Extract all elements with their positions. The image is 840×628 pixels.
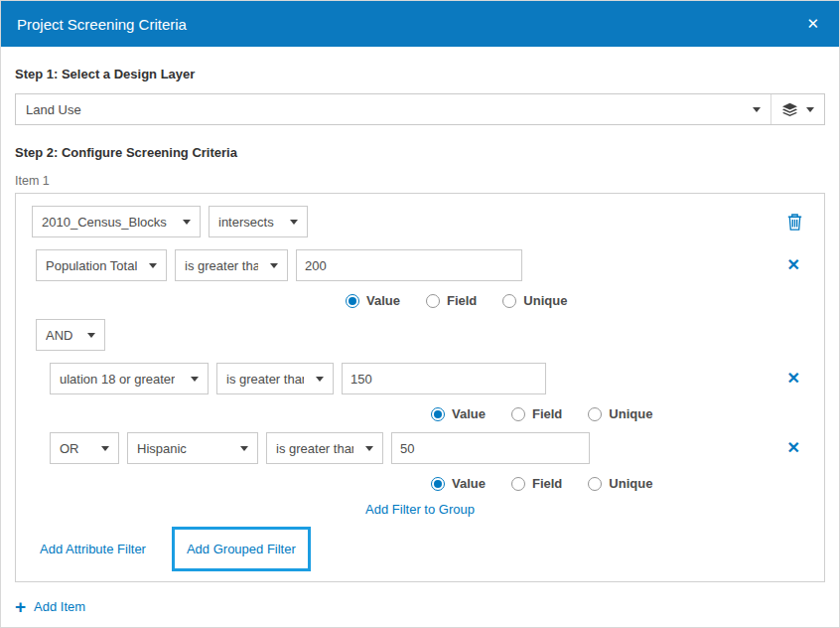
project-screening-dialog: Project Screening Criteria ✕ Step 1: Sel…	[0, 0, 840, 628]
target-layer-value: 2010_Census_Blocks	[42, 215, 167, 230]
filter1-radio-field[interactable]: Field	[426, 293, 477, 308]
attribute-filter-row-1: Population Total is greater than ✕	[36, 249, 808, 281]
design-layer-value: Land Use	[26, 102, 753, 117]
trash-icon	[787, 214, 802, 231]
remove-group-filter1-button[interactable]: ✕	[787, 371, 800, 387]
group-filter2-operator-value: is greater than	[276, 441, 353, 456]
panel-actions: Add Attribute Filter Add Grouped Filter	[32, 527, 808, 571]
radio-circle-icon	[502, 294, 516, 308]
step2-label: Step 2: Configure Screening Criteria	[15, 145, 825, 160]
group-filter1-field-dropdown[interactable]: ulation 18 or greater	[50, 363, 209, 394]
radio-label-unique: Unique	[523, 293, 567, 308]
group-filter2-connector-value: OR	[60, 441, 79, 456]
group-filter2-operator-dropdown[interactable]: is greater than	[266, 432, 383, 464]
layer-options-button[interactable]	[770, 94, 824, 124]
group-filter-row-2: OR Hispanic is greater than ✕	[50, 432, 808, 464]
add-filter-to-group-link[interactable]: Add Filter to Group	[365, 502, 475, 517]
caret-down-icon	[191, 377, 199, 382]
radio-label-unique: Unique	[609, 476, 652, 491]
highlight-box: Add Grouped Filter	[172, 527, 311, 571]
spatial-filter-row: 2010_Census_Blocks intersects	[32, 206, 808, 237]
caret-down-icon	[240, 446, 248, 451]
add-item-link[interactable]: Add Item	[34, 599, 85, 614]
filter1-mode-radios: Value Field Unique	[32, 293, 808, 308]
radio-label-field: Field	[532, 406, 562, 421]
group-filter1-radio-unique[interactable]: Unique	[588, 406, 652, 421]
group-filter2-radio-value[interactable]: Value	[431, 476, 486, 491]
radio-circle-icon	[588, 477, 602, 491]
filter1-radio-unique[interactable]: Unique	[502, 293, 567, 308]
filter1-value-input[interactable]	[296, 249, 522, 281]
group-filter2-connector-dropdown[interactable]: OR	[50, 432, 119, 464]
caret-down-icon	[290, 220, 298, 225]
group-filter1-operator-value: is greater than	[226, 372, 304, 387]
add-attribute-filter-link[interactable]: Add Attribute Filter	[40, 542, 146, 556]
group-filter2-radio-field[interactable]: Field	[511, 476, 562, 491]
target-layer-dropdown[interactable]: 2010_Census_Blocks	[32, 206, 201, 237]
group-filter-row-1: ulation 18 or greater is greater than ✕	[50, 363, 808, 394]
caret-down-icon	[149, 263, 157, 268]
group-filter2-mode-radios: Value Field Unique	[32, 476, 808, 491]
caret-down-icon	[183, 220, 191, 225]
caret-down-icon	[806, 107, 814, 112]
radio-circle-icon	[426, 294, 440, 308]
remove-filter1-button[interactable]: ✕	[787, 257, 800, 273]
group-filter1-value-input[interactable]	[342, 363, 546, 394]
caret-down-icon	[753, 107, 761, 112]
radio-circle-icon	[511, 477, 525, 491]
group-filter1-mode-radios: Value Field Unique	[32, 406, 808, 421]
group-filter2-value-input[interactable]	[391, 432, 590, 464]
dialog-content: Step 1: Select a Design Layer Land Use S…	[1, 47, 839, 586]
layers-icon	[781, 102, 798, 117]
group-filter1-radio-field[interactable]: Field	[511, 406, 562, 421]
group-filter2-radio-unique[interactable]: Unique	[588, 476, 652, 491]
caret-down-icon	[365, 446, 373, 451]
caret-down-icon	[316, 377, 324, 382]
radio-circle-icon	[431, 407, 445, 421]
radio-label-value: Value	[366, 293, 400, 308]
spatial-operator-value: intersects	[218, 215, 274, 230]
filter1-field-dropdown[interactable]: Population Total	[36, 249, 167, 281]
group-filter2-field-dropdown[interactable]: Hispanic	[127, 432, 258, 464]
item-label: Item 1	[15, 174, 825, 188]
filter1-radio-value[interactable]: Value	[346, 293, 400, 308]
dialog-header: Project Screening Criteria ✕	[1, 1, 839, 47]
spatial-operator-dropdown[interactable]: intersects	[209, 206, 308, 237]
delete-item-button[interactable]	[785, 212, 804, 233]
group-filter2-field-value: Hispanic	[137, 441, 187, 456]
filter1-field-value: Population Total	[46, 258, 137, 273]
radio-label-field: Field	[447, 293, 477, 308]
connector-row: AND	[36, 319, 808, 351]
item-panel: 2010_Census_Blocks intersects	[15, 193, 825, 582]
group-filter1-field-value: ulation 18 or greater	[60, 372, 175, 387]
group-filter1-radio-value[interactable]: Value	[431, 406, 486, 421]
radio-label-value: Value	[452, 406, 486, 421]
close-icon[interactable]: ✕	[802, 13, 823, 35]
design-layer-select-row: Land Use	[15, 93, 825, 125]
filter1-operator-value: is greater than	[185, 258, 258, 273]
radio-circle-icon	[511, 407, 525, 421]
remove-group-filter2-button[interactable]: ✕	[787, 440, 800, 456]
caret-down-icon	[101, 446, 109, 451]
radio-label-field: Field	[532, 476, 562, 491]
radio-label-unique: Unique	[609, 406, 652, 421]
radio-circle-icon	[431, 477, 445, 491]
group-connector-dropdown[interactable]: AND	[36, 319, 105, 351]
step1-label: Step 1: Select a Design Layer	[15, 67, 825, 81]
footer: + Add Item	[1, 586, 839, 627]
radio-circle-icon	[588, 407, 602, 421]
design-layer-select[interactable]: Land Use	[16, 94, 770, 124]
radio-circle-icon	[346, 294, 359, 308]
add-grouped-filter-link[interactable]: Add Grouped Filter	[187, 542, 296, 556]
dialog-title: Project Screening Criteria	[17, 16, 802, 33]
filter1-operator-dropdown[interactable]: is greater than	[175, 249, 288, 281]
group-filter1-operator-dropdown[interactable]: is greater than	[216, 363, 334, 394]
radio-label-value: Value	[452, 476, 486, 491]
caret-down-icon	[87, 333, 95, 338]
caret-down-icon	[270, 263, 278, 268]
group-connector-value: AND	[46, 328, 72, 343]
add-filter-to-group-row: Add Filter to Group	[32, 502, 808, 517]
plus-icon: +	[15, 597, 26, 616]
